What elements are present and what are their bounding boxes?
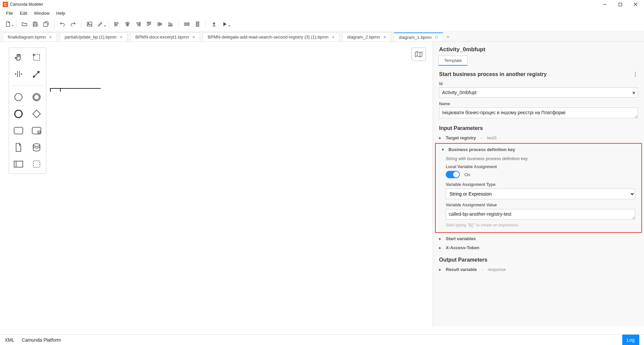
distribute-v-button[interactable] xyxy=(193,19,202,29)
template-title: Start business process in another regist… xyxy=(439,71,547,77)
platform-label[interactable]: Camunda Platform xyxy=(22,337,61,343)
element-id-header: Activity_0mbfupt xyxy=(433,42,644,56)
svg-rect-51 xyxy=(50,88,101,92)
menu-edit[interactable]: Edit xyxy=(16,10,31,17)
log-button[interactable]: Log xyxy=(622,335,639,345)
group-tool[interactable] xyxy=(30,158,43,170)
tab-delegate[interactable]: BPMN-delegate-add-read-search-second-reg… xyxy=(203,32,339,41)
dirty-indicator-icon xyxy=(435,36,438,39)
new-file-button[interactable] xyxy=(3,19,13,29)
svg-rect-16 xyxy=(138,24,140,26)
arrow-icon: → xyxy=(480,267,485,272)
align-bottom-button[interactable] xyxy=(166,19,175,29)
template-tab[interactable]: Template xyxy=(438,56,468,66)
result-variable-value: response xyxy=(488,267,506,272)
chevron-right-icon: ▸ xyxy=(439,267,442,272)
close-icon[interactable]: × xyxy=(383,35,386,40)
bpdk-label: Business process definition key xyxy=(448,147,515,152)
app-title: Camunda Modeler xyxy=(10,2,597,7)
tab-docx-excerpt[interactable]: BPMN-docx-excerpt1.bpmn× xyxy=(130,32,200,41)
svg-rect-31 xyxy=(196,25,199,26)
pool-tool[interactable] xyxy=(12,158,25,170)
chevron-right-icon: ▸ xyxy=(439,135,442,140)
tab-partialupdate[interactable]: partialUpdate_bp (1).bpmn× xyxy=(60,32,128,41)
menu-window[interactable]: Window xyxy=(31,10,53,17)
result-variable-row[interactable]: ▸ Result variable → response xyxy=(433,265,644,274)
tab-diagram1[interactable]: diagram_1.bpmn xyxy=(394,32,443,41)
color-button[interactable] xyxy=(96,19,105,29)
vav-input[interactable]: called-bp-another-registry-test xyxy=(446,209,635,220)
task-tool[interactable] xyxy=(12,125,25,137)
data-object-tool[interactable] xyxy=(12,141,25,153)
align-center-h-button[interactable] xyxy=(123,19,132,29)
svg-rect-25 xyxy=(171,24,172,25)
clear-icon[interactable]: × xyxy=(632,90,635,95)
maximize-button[interactable] xyxy=(612,0,628,9)
svg-rect-41 xyxy=(33,110,41,118)
start-variables-row[interactable]: ▸ Start variables xyxy=(433,234,644,243)
lva-state: On xyxy=(465,172,470,177)
run-button[interactable] xyxy=(220,19,229,29)
open-file-button[interactable] xyxy=(20,19,29,29)
intermediate-event-tool[interactable] xyxy=(30,91,43,103)
x-access-token-row[interactable]: ▸ X-Access-Token xyxy=(433,243,644,252)
save-button[interactable] xyxy=(31,19,40,29)
tab-finalkdiagram[interactable]: finalkdiagram.bpmn× xyxy=(3,32,57,41)
svg-rect-9 xyxy=(115,22,118,24)
data-store-tool[interactable] xyxy=(30,141,43,153)
gateway-tool[interactable] xyxy=(30,108,43,120)
target-registry-row[interactable]: ▸ Target registry ← test3 xyxy=(433,133,644,142)
id-input[interactable] xyxy=(439,87,638,97)
diagram-canvas[interactable]: Тестовий бізнес-процес Ініціювати xyxy=(0,42,433,326)
svg-rect-4 xyxy=(34,22,36,23)
close-icon[interactable]: × xyxy=(49,35,52,40)
redo-button[interactable] xyxy=(68,19,78,29)
toolbar xyxy=(0,17,644,31)
align-right-button[interactable] xyxy=(133,19,143,29)
image-button[interactable] xyxy=(85,19,94,29)
vat-label: Variable Assignment Type xyxy=(446,182,635,187)
align-center-v-button[interactable] xyxy=(155,19,164,29)
close-window-button[interactable] xyxy=(628,0,643,9)
undo-button[interactable] xyxy=(58,19,67,29)
bpdk-row[interactable]: ▾ Business process definition key xyxy=(436,145,641,154)
close-icon[interactable]: × xyxy=(192,35,195,40)
add-tab-button[interactable]: ＋ xyxy=(443,32,453,41)
align-left-button[interactable] xyxy=(112,19,121,29)
vav-label: Variable Assignment Value xyxy=(446,203,635,207)
close-icon[interactable]: × xyxy=(120,35,122,40)
align-top-button[interactable] xyxy=(144,19,154,29)
tab-label: BPMN-docx-excerpt1.bpmn xyxy=(135,34,189,40)
app-icon: C xyxy=(3,2,8,7)
svg-rect-19 xyxy=(149,23,151,24)
more-menu-icon[interactable]: ⋮ xyxy=(633,71,638,77)
name-input[interactable]: Ініціювати бізнес-процес в іншому реєстр… xyxy=(439,108,638,118)
deploy-button[interactable] xyxy=(209,19,219,29)
close-icon[interactable]: × xyxy=(332,35,334,40)
distribute-h-button[interactable] xyxy=(182,19,192,29)
xml-view-toggle[interactable]: XML xyxy=(5,337,14,343)
minimize-button[interactable] xyxy=(597,0,612,9)
lva-toggle[interactable] xyxy=(446,171,460,178)
start-event-tool[interactable] xyxy=(12,91,25,103)
minimap-toggle[interactable] xyxy=(411,48,426,61)
vav-hint: Start typing "${}" to create an expressi… xyxy=(446,223,635,227)
result-variable-label: Result variable xyxy=(446,267,477,272)
vat-select[interactable]: String or Expression xyxy=(446,189,635,199)
svg-rect-32 xyxy=(212,26,216,26)
target-registry-label: Target registry xyxy=(446,135,476,140)
output-parameters-title: Output Parameters xyxy=(433,252,644,265)
properties-panel: Properties Panel Activity_0mbfupt Templa… xyxy=(433,42,644,326)
menu-file[interactable]: File xyxy=(3,10,16,17)
subprocess-tool[interactable] xyxy=(30,125,43,137)
svg-rect-26 xyxy=(184,23,185,25)
end-event-tool[interactable] xyxy=(12,108,25,120)
menu-help[interactable]: Help xyxy=(53,10,69,17)
save-all-button[interactable] xyxy=(41,19,51,29)
tab-label: finalkdiagram.bpmn xyxy=(8,34,46,40)
svg-rect-5 xyxy=(34,24,37,26)
bpmn-diagram[interactable]: Тестовий бізнес-процес Ініціювати xyxy=(0,42,101,92)
arrow-icon: ← xyxy=(479,135,484,140)
tab-diagram2[interactable]: diagram_2.bpmn× xyxy=(342,32,391,41)
name-label: Name xyxy=(439,101,638,106)
